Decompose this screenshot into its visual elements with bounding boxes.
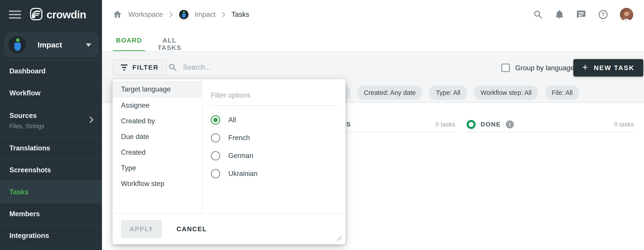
sidebar-item-tasks[interactable]: Tasks	[0, 181, 102, 203]
filter-category-assignee[interactable]: Assignee	[112, 98, 202, 113]
filter-popover-body: Target language Assignee Created by Due …	[112, 79, 346, 213]
option-ukrainian[interactable]: Ukrainian	[211, 165, 337, 183]
filter-icon	[121, 65, 128, 71]
language-options: All French German Ukrainian	[211, 111, 337, 183]
search-icon	[168, 63, 177, 72]
task-search	[168, 60, 308, 74]
view-tabs: BOARD ALL TASKS	[102, 29, 644, 51]
filter-chips-row: Created: Any date Type: All Workflow ste…	[324, 86, 580, 100]
chevron-right-icon	[222, 12, 226, 18]
cancel-button[interactable]: CANCEL	[177, 225, 207, 233]
sidebar-item-dashboard[interactable]: Dashboard	[0, 60, 102, 82]
breadcrumb-project-avatar	[179, 10, 188, 19]
board-column-done: DONE i 0 tasks	[467, 117, 634, 132]
plus-icon: +	[582, 63, 588, 72]
topbar: Workspace Impact Tasks ?	[102, 0, 644, 29]
search-icon[interactable]	[533, 10, 543, 20]
apply-button[interactable]: APPLY	[121, 220, 162, 238]
sidebar: crowdin Impact Dashboard Workflow Source…	[0, 0, 102, 250]
svg-text:?: ?	[602, 12, 605, 18]
breadcrumb: Workspace Impact Tasks	[102, 10, 249, 19]
column-task-count: 0 tasks	[614, 121, 634, 128]
filter-popover: Target language Assignee Created by Due …	[112, 79, 346, 244]
crowdin-mark-icon	[30, 8, 43, 22]
chevron-right-icon	[90, 116, 94, 125]
filter-category-list: Target language Assignee Created by Due …	[112, 79, 202, 213]
breadcrumb-workspace[interactable]: Workspace	[128, 11, 163, 19]
option-german[interactable]: German	[211, 147, 337, 165]
notifications-bell-icon[interactable]	[554, 10, 564, 20]
crowdin-logo[interactable]: crowdin	[30, 8, 86, 22]
filter-category-created[interactable]: Created	[112, 145, 202, 160]
search-input[interactable]	[183, 63, 308, 71]
done-status-icon	[467, 120, 476, 129]
resize-grip-icon[interactable]	[336, 234, 342, 242]
chevron-right-icon	[169, 12, 173, 18]
column-task-count: 0 tasks	[435, 121, 455, 128]
option-all[interactable]: All	[211, 111, 337, 129]
tab-board[interactable]: BOARD	[112, 37, 146, 44]
messages-chat-icon[interactable]	[576, 10, 586, 20]
crowdin-tasks-page: crowdin Impact Dashboard Workflow Source…	[0, 0, 644, 250]
sidebar-menu: Dashboard Workflow Sources Files, String…	[0, 60, 102, 247]
crowdin-logo-text: crowdin	[46, 9, 86, 21]
info-icon[interactable]: i	[506, 120, 514, 128]
option-french[interactable]: French	[211, 129, 337, 147]
filter-options-panel: All French German Ukrainian	[202, 79, 346, 213]
radio-selected-icon	[211, 115, 220, 125]
project-switcher[interactable]: Impact	[4, 33, 98, 57]
sidebar-item-sources[interactable]: Sources Files, Strings	[0, 104, 102, 137]
filter-chip-type[interactable]: Type: All	[429, 86, 467, 100]
filter-category-target-language[interactable]: Target language	[112, 81, 202, 98]
tab-all-tasks[interactable]: ALL TASKS	[152, 37, 187, 52]
topbar-icons: ?	[533, 8, 644, 21]
column-title: DONE	[480, 121, 501, 128]
user-avatar[interactable]	[620, 8, 633, 21]
filter-popover-footer: APPLY CANCEL	[112, 213, 346, 244]
project-avatar	[8, 36, 26, 54]
filter-button[interactable]: FILTER	[113, 60, 166, 75]
project-name: Impact	[38, 41, 62, 49]
filter-category-due-date[interactable]: Due date	[112, 129, 202, 145]
sidebar-item-translations[interactable]: Translations	[0, 137, 102, 159]
home-icon[interactable]	[113, 10, 122, 19]
group-by-language-checkbox[interactable]	[501, 64, 510, 72]
help-icon[interactable]: ?	[598, 10, 608, 20]
filter-chip-created[interactable]: Created: Any date	[357, 86, 422, 100]
sidebar-item-members[interactable]: Members	[0, 203, 102, 225]
sidebar-item-screenshots[interactable]: Screenshots	[0, 159, 102, 181]
chevron-down-icon	[86, 44, 91, 47]
sources-subtitle: Files, Strings	[10, 123, 92, 130]
sidebar-header: crowdin	[0, 0, 102, 29]
filter-category-workflow-step[interactable]: Workflow step	[112, 176, 202, 192]
breadcrumb-current-page: Tasks	[232, 11, 249, 19]
filter-chip-workflow-step[interactable]: Workflow step: All	[474, 86, 538, 100]
filter-category-type[interactable]: Type	[112, 160, 202, 176]
sidebar-item-workflow[interactable]: Workflow	[0, 82, 102, 104]
sidebar-item-integrations[interactable]: Integrations	[0, 225, 102, 247]
breadcrumb-project[interactable]: Impact	[195, 11, 216, 19]
filter-chip-file[interactable]: File: All	[545, 86, 579, 100]
radio-icon	[211, 151, 220, 160]
column-header: DONE i 0 tasks	[467, 117, 634, 132]
filter-options-input[interactable]	[211, 91, 337, 106]
radio-icon	[211, 169, 220, 178]
radio-icon	[211, 133, 220, 143]
group-by-language-label: Group by language	[515, 64, 574, 72]
new-task-button[interactable]: + NEW TASK	[573, 59, 643, 77]
filter-category-created-by[interactable]: Created by	[112, 113, 202, 129]
hamburger-menu-icon[interactable]	[9, 11, 21, 19]
